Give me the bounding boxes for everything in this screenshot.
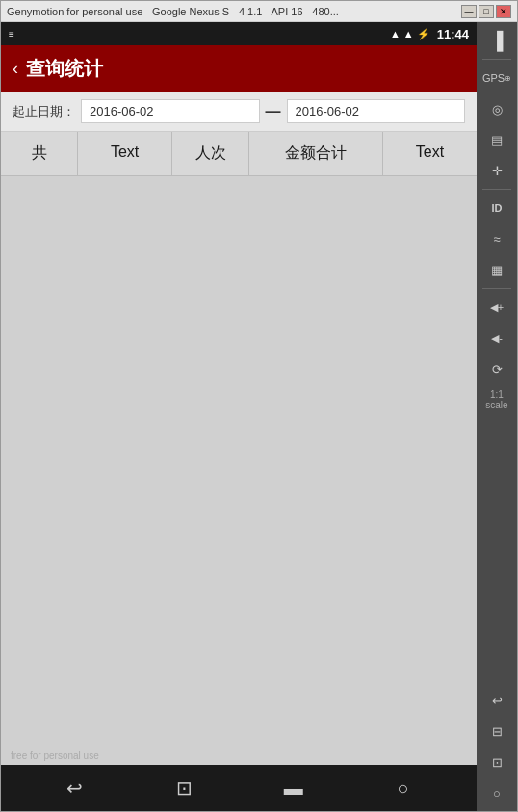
date-label: 起止日期： xyxy=(13,103,75,120)
sidebar-gps-icon[interactable]: GPS⊕ xyxy=(479,64,514,92)
phone-area: ≡ ▲ ▲ ⚡ 11:44 ‹ 查询统计 起止日期： 2016-06 xyxy=(1,22,477,811)
right-sidebar: ▐ GPS⊕ ◎ ▤ ✛ ID ≈ ▦ ◀+ ◀- ⟳ 1:1scale ↩ ⊟… xyxy=(477,22,517,811)
nav-home-button[interactable]: ○ xyxy=(383,769,422,807)
end-date-input[interactable]: 2016-06-02 xyxy=(287,99,466,123)
nav-menu-button[interactable]: ▬ xyxy=(274,769,313,807)
nav-back-button[interactable]: ↩ xyxy=(56,769,94,807)
maximize-button[interactable]: □ xyxy=(479,5,494,18)
sidebar-divider-3 xyxy=(482,288,511,289)
app-toolbar: ‹ 查询统计 xyxy=(1,45,477,92)
sidebar-rotate-icon[interactable]: ⟳ xyxy=(479,354,514,383)
col-header-text2: Text xyxy=(383,132,477,175)
window-chrome: Genymotion for personal use - Google Nex… xyxy=(0,0,518,812)
status-right: ▲ ▲ ⚡ 11:44 xyxy=(390,27,469,41)
sidebar-home-icon[interactable]: ⊡ xyxy=(479,747,514,776)
col-header-renci: 人次 xyxy=(172,132,249,175)
sidebar-back-icon[interactable]: ↩ xyxy=(479,686,514,715)
main-area: ≡ ▲ ▲ ⚡ 11:44 ‹ 查询统计 起止日期： 2016-06 xyxy=(1,22,517,811)
status-left: ≡ xyxy=(9,29,15,39)
col-header-text1: Text xyxy=(78,132,172,175)
sidebar-chat-icon[interactable]: ▦ xyxy=(479,255,514,284)
content-area: 起止日期： 2016-06-02 — 2016-06-02 共 Text 人次 … xyxy=(1,92,477,811)
sidebar-divider-2 xyxy=(482,189,511,190)
android-nav-bar: ↩ ⊡ ▬ ○ xyxy=(1,765,477,811)
battery-icon-status: ⚡ xyxy=(417,28,430,40)
col-header-jine: 金额合计 xyxy=(249,132,383,175)
wifi-icon: ▲ xyxy=(390,28,401,39)
nav-recents-button[interactable]: ⊡ xyxy=(165,769,203,807)
table-header: 共 Text 人次 金额合计 Text xyxy=(1,132,477,176)
page-title: 查询统计 xyxy=(26,56,103,82)
sidebar-battery-icon[interactable]: ▐ xyxy=(479,26,514,55)
hamburger-icon: ≡ xyxy=(9,29,15,39)
close-button[interactable]: ✕ xyxy=(496,5,511,18)
sidebar-camera-icon[interactable]: ◎ xyxy=(479,94,514,123)
sidebar-recent-icon[interactable]: ⊟ xyxy=(479,717,514,746)
col-header-gong: 共 xyxy=(1,132,78,175)
sidebar-signal-icon[interactable]: ≈ xyxy=(479,224,514,253)
android-status-bar: ≡ ▲ ▲ ⚡ 11:44 xyxy=(1,22,477,45)
sidebar-move-icon[interactable]: ✛ xyxy=(479,156,514,185)
title-bar-text: Genymotion for personal use - Google Nex… xyxy=(7,6,461,17)
sidebar-divider-1 xyxy=(482,59,511,60)
date-row: 起止日期： 2016-06-02 — 2016-06-02 xyxy=(1,92,477,132)
sidebar-vol-down-icon[interactable]: ◀- xyxy=(479,324,514,353)
start-date-input[interactable]: 2016-06-02 xyxy=(81,99,260,123)
signal-icon: ▲ xyxy=(403,28,414,39)
sidebar-vol-up-icon[interactable]: ◀+ xyxy=(479,293,514,322)
minimize-button[interactable]: — xyxy=(461,5,477,18)
title-bar-buttons: — □ ✕ xyxy=(461,5,511,18)
sidebar-circle-icon[interactable]: ○ xyxy=(479,778,514,807)
date-dash: — xyxy=(266,103,281,120)
title-bar: Genymotion for personal use - Google Nex… xyxy=(1,1,517,22)
back-arrow-icon[interactable]: ‹ xyxy=(13,59,18,79)
sidebar-id-icon[interactable]: ID xyxy=(479,194,514,223)
empty-content xyxy=(1,176,477,765)
time-display: 11:44 xyxy=(437,27,469,41)
sidebar-film-icon[interactable]: ▤ xyxy=(479,125,514,154)
sidebar-scale-icon[interactable]: 1:1scale xyxy=(479,385,514,414)
